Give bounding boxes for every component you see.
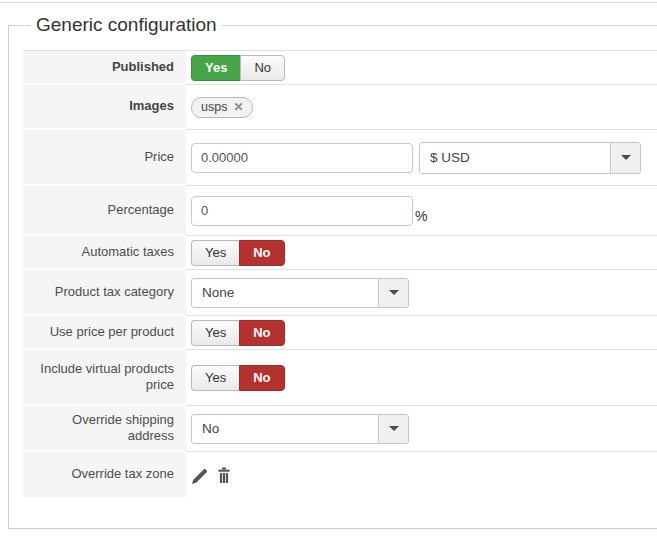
automatic-taxes-label: Automatic taxes [23,236,186,270]
trash-icon [216,467,232,484]
percentage-input[interactable] [191,196,413,226]
override-tax-zone-label: Override tax zone [23,452,186,499]
published-label: Published [23,51,186,85]
product-tax-category-select[interactable]: None [191,278,409,308]
override-shipping-address-value-cell: No [186,406,657,452]
published-toggle: Yes No [191,55,285,81]
include-virtual-products-price-no-button[interactable]: No [239,365,284,391]
product-tax-category-value-cell: None [186,270,657,316]
automatic-taxes-value-cell: Yes No [186,236,657,270]
fieldset-legend: Generic configuration [31,14,222,36]
price-label: Price [23,130,186,186]
row-percentage: Percentage % [23,186,657,236]
currency-select-caret-button[interactable] [610,143,640,173]
use-price-per-product-toggle: Yes No [191,320,285,346]
include-virtual-products-price-yes-button[interactable]: Yes [191,365,239,391]
percentage-label: Percentage [23,186,186,236]
use-price-per-product-no-button[interactable]: No [239,320,284,346]
use-price-per-product-label: Use price per product [23,316,186,350]
images-value-cell: usps ✕ [186,85,657,130]
product-tax-category-selected-value: None [192,279,378,307]
top-divider [0,2,657,3]
chevron-down-icon [389,290,399,295]
override-tax-zone-value-cell [186,452,657,499]
row-product-tax-category: Product tax category None [23,270,657,316]
remove-tag-icon[interactable]: ✕ [233,101,243,113]
percent-suffix: % [415,208,427,224]
row-images: Images usps ✕ [23,85,657,130]
override-shipping-address-label: Override shipping address [23,406,186,452]
override-shipping-address-select[interactable]: No [191,414,409,444]
include-virtual-products-price-label: Include virtual products price [23,350,186,406]
row-price: Price $ USD [23,130,657,186]
row-automatic-taxes: Automatic taxes Yes No [23,236,657,270]
currency-select[interactable]: $ USD [419,142,641,174]
delete-tax-zone-button[interactable] [216,467,232,484]
image-tag-usps[interactable]: usps ✕ [191,97,253,118]
row-use-price-per-product: Use price per product Yes No [23,316,657,350]
image-tag-text: usps [201,100,227,114]
percentage-value-cell: % [186,186,657,236]
edit-tax-zone-button[interactable] [191,467,209,485]
generic-configuration-fieldset: Generic configuration Published Yes No I… [8,14,657,529]
currency-selected-value: $ USD [420,143,610,173]
row-override-tax-zone: Override tax zone [23,452,657,499]
chevron-down-icon [389,426,399,431]
automatic-taxes-toggle: Yes No [191,240,285,266]
use-price-per-product-yes-button[interactable]: Yes [191,320,239,346]
use-price-per-product-value-cell: Yes No [186,316,657,350]
chevron-down-icon [621,155,631,160]
product-tax-category-label: Product tax category [23,270,186,316]
published-value-cell: Yes No [186,51,657,85]
images-label: Images [23,85,186,130]
row-override-shipping-address: Override shipping address No [23,406,657,452]
published-yes-button[interactable]: Yes [191,55,240,81]
config-table: Published Yes No Images usps ✕ Price [23,50,657,499]
pencil-icon [191,467,209,485]
automatic-taxes-no-button[interactable]: No [239,240,284,266]
product-tax-category-caret-button[interactable] [378,279,408,307]
published-no-button[interactable]: No [240,55,285,81]
include-virtual-products-price-value-cell: Yes No [186,350,657,406]
override-shipping-address-caret-button[interactable] [378,415,408,443]
row-include-virtual-products-price: Include virtual products price Yes No [23,350,657,406]
price-value-cell: $ USD [186,130,657,186]
row-published: Published Yes No [23,51,657,85]
include-virtual-products-price-toggle: Yes No [191,365,285,391]
price-input[interactable] [191,143,413,173]
override-shipping-address-selected-value: No [192,415,378,443]
automatic-taxes-yes-button[interactable]: Yes [191,240,239,266]
